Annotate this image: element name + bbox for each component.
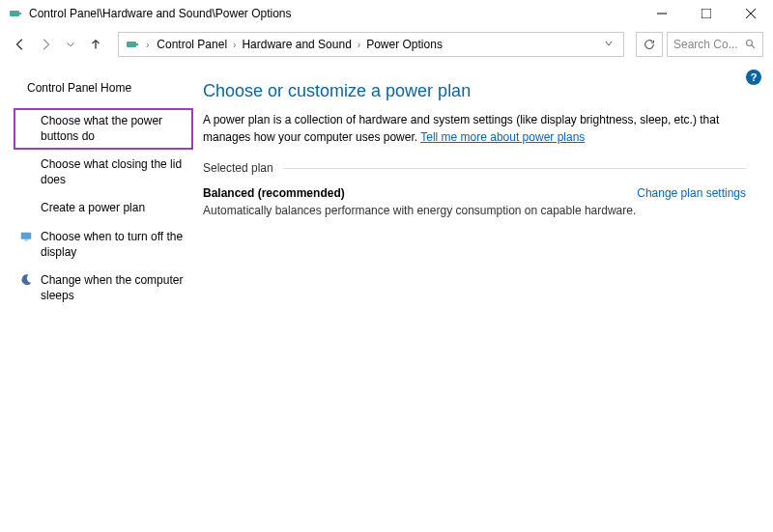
power-options-icon (8, 6, 23, 21)
page-description: A power plan is a collection of hardware… (203, 111, 746, 146)
sidebar-link-power-buttons[interactable]: Choose what the power buttons do (14, 108, 193, 150)
svg-rect-6 (127, 42, 136, 47)
chevron-right-icon[interactable]: › (144, 40, 151, 50)
sidebar-item-label: Choose what the power buttons do (35, 114, 186, 144)
control-panel-home-link[interactable]: Control Panel Home (14, 81, 193, 95)
sidebar-item-label: Choose what closing the lid does (35, 157, 186, 187)
plan-name: Balanced (recommended) (203, 186, 345, 200)
tell-me-more-link[interactable]: Tell me more about power plans (420, 130, 585, 144)
chevron-right-icon[interactable]: › (231, 40, 238, 50)
refresh-button[interactable] (636, 32, 663, 57)
svg-rect-10 (21, 233, 32, 239)
svg-point-8 (747, 41, 753, 46)
toolbar: › Control Panel › Hardware and Sound › P… (0, 27, 773, 62)
sidebar-link-computer-sleeps[interactable]: Change when the computer sleeps (14, 267, 193, 309)
svg-rect-7 (136, 43, 138, 45)
power-options-icon (125, 37, 140, 52)
forward-button[interactable] (35, 34, 56, 55)
sidebar-item-label: Change when the computer sleeps (35, 273, 186, 303)
main-panel: Choose or customize a power plan A power… (193, 81, 773, 532)
page-title: Choose or customize a power plan (203, 81, 746, 101)
breadcrumb-hardware-sound[interactable]: Hardware and Sound (240, 36, 353, 53)
plan-row: Balanced (recommended) Change plan setti… (203, 186, 746, 200)
sidebar-link-create-plan[interactable]: Create a power plan (14, 195, 193, 222)
maximize-button[interactable] (684, 0, 729, 27)
up-button[interactable] (85, 34, 106, 55)
help-icon[interactable]: ? (746, 70, 761, 85)
window-controls (640, 0, 773, 27)
window-title: Control Panel\Hardware and Sound\Power O… (29, 7, 640, 20)
selected-plan-header: Selected plan (203, 161, 746, 175)
search-placeholder: Search Co... (673, 38, 738, 51)
chevron-right-icon[interactable]: › (356, 40, 362, 50)
monitor-icon (17, 230, 35, 243)
back-button[interactable] (10, 34, 31, 55)
change-plan-settings-link[interactable]: Change plan settings (637, 186, 746, 200)
svg-rect-11 (24, 239, 28, 240)
search-input[interactable]: Search Co... (667, 32, 763, 57)
sidebar-link-turn-off-display[interactable]: Choose when to turn off the display (14, 224, 193, 266)
breadcrumb: Control Panel › Hardware and Sound › Pow… (155, 36, 594, 53)
sidebar: Control Panel Home Choose what the power… (0, 81, 193, 532)
titlebar: Control Panel\Hardware and Sound\Power O… (0, 0, 773, 27)
close-button[interactable] (729, 0, 773, 27)
sidebar-link-closing-lid[interactable]: Choose what closing the lid does (14, 152, 193, 193)
search-icon (745, 39, 757, 50)
content-area: ? Control Panel Home Choose what the pow… (0, 62, 773, 532)
chevron-down-icon[interactable] (598, 38, 619, 51)
section-label: Selected plan (203, 161, 273, 175)
sidebar-item-label: Create a power plan (35, 201, 145, 216)
breadcrumb-control-panel[interactable]: Control Panel (155, 36, 229, 53)
svg-line-9 (752, 45, 755, 48)
breadcrumb-power-options[interactable]: Power Options (364, 36, 444, 53)
divider (283, 168, 746, 169)
svg-rect-0 (10, 11, 19, 16)
svg-rect-3 (701, 9, 711, 18)
moon-icon (17, 273, 35, 287)
minimize-button[interactable] (640, 0, 684, 27)
plan-description: Automatically balances performance with … (203, 204, 746, 217)
svg-rect-1 (19, 13, 21, 14)
recent-dropdown-icon[interactable] (60, 34, 81, 55)
sidebar-item-label: Choose when to turn off the display (35, 230, 186, 260)
address-bar[interactable]: › Control Panel › Hardware and Sound › P… (118, 32, 624, 57)
